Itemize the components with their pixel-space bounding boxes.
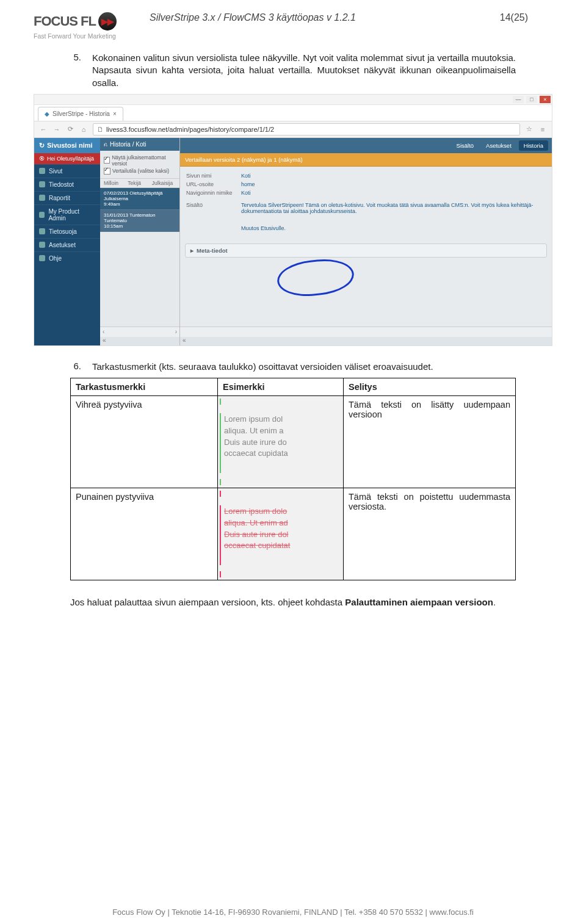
cell-desc-red: Tämä teksti on poistettu uudemmasta vers…: [344, 488, 516, 580]
sidebar-item-tietosuoja[interactable]: Tietosuoja: [34, 225, 100, 238]
cell-label-red: Punainen pystyviiva: [71, 488, 218, 580]
breadcrumb: ⎌Historia / Koti: [100, 138, 179, 151]
product-icon: [39, 212, 45, 218]
reports-icon: [39, 195, 45, 201]
logo: FOCUS FL ▶▶: [34, 12, 140, 31]
url-input[interactable]: 🗋 livess3.focusflow.net/admin/pages/hist…: [93, 123, 520, 135]
meta-accordion[interactable]: ▸Meta-tiedot: [185, 244, 547, 258]
hello-user: ⦿Hei Oletusylläpitäjä: [34, 153, 100, 164]
privacy-icon: [39, 228, 45, 234]
checkbox-icon: [104, 157, 110, 164]
help-icon: [39, 255, 45, 261]
url-value: livess3.focusflow.net/admin/pages/histor…: [106, 126, 274, 133]
browser-screenshot: — □ × ◆ SilverStripe - Historia × ← → ⟳ …: [34, 94, 552, 346]
tab-asetukset[interactable]: Asetukset: [481, 140, 516, 151]
checkbox-compare[interactable]: Vertailutila (valitse kaksi): [104, 168, 176, 175]
doc-title: SilverStripe 3.x / FlowCMS 3 käyttöopas …: [140, 12, 500, 23]
tab-historia[interactable]: Historia: [519, 140, 548, 151]
history-panel: ⎌Historia / Koti Näytä julkaisemattomat …: [100, 138, 180, 345]
field-change: Muutos Etusivulle.: [186, 225, 546, 231]
checkbox-icon: [104, 168, 110, 175]
cms-sidebar: ↻Sivustosi nimi ⦿Hei Oletusylläpitäjä Si…: [34, 138, 100, 345]
field-sisalto: SisältöTervetuloa SilverStripeen! Tämä o…: [186, 202, 546, 214]
cell-example-green: Lorem ipsum dol aliqua. Ut enim a Duis a…: [218, 396, 344, 488]
tagline: Fast Forward Your Marketing: [34, 32, 140, 40]
table-header-row: Tarkastusmerkki Esimerkki Selitys: [71, 378, 516, 396]
window-max-button[interactable]: □: [526, 96, 537, 103]
step-5-number: 5.: [70, 52, 81, 89]
green-bar-icon: [220, 399, 221, 405]
sidebar-item-asetukset[interactable]: Asetukset: [34, 238, 100, 251]
cell-example-red: Lorem ipsum dolo aliqua. Ut enim ad Duis…: [218, 488, 344, 580]
footer-scroll[interactable]: «: [180, 337, 552, 345]
star-icon[interactable]: ☆: [525, 125, 534, 133]
cell-label-green: Vihreä pystyviiva: [71, 396, 218, 488]
sidebar-item-raportit[interactable]: Raportit: [34, 191, 100, 204]
menu-icon[interactable]: ≡: [538, 126, 547, 133]
logo-block: FOCUS FL ▶▶ Fast Forward Your Marketing: [34, 12, 140, 40]
red-bar-icon: [220, 491, 221, 497]
scrollbar[interactable]: ‹›: [100, 327, 179, 337]
final-note: Jos haluat palauttaa sivun aiempaan vers…: [70, 596, 516, 608]
logo-icon: ▶▶: [98, 12, 117, 31]
browser-tabs: ◆ SilverStripe - Historia ×: [34, 105, 552, 121]
cell-desc-green: Tämä teksti on lisätty uudempaan versioo…: [344, 396, 516, 488]
nav-home-icon[interactable]: ⌂: [79, 126, 88, 133]
tab-sisalto[interactable]: Sisältö: [452, 140, 479, 151]
doc-header: FOCUS FL ▶▶ Fast Forward Your Marketing …: [34, 12, 552, 40]
green-bar-icon: [220, 413, 221, 473]
content-tabs: Sisältö Asetukset Historia: [180, 138, 552, 153]
step-6-number: 6.: [70, 361, 81, 373]
nav-reload-icon[interactable]: ⟳: [66, 125, 74, 133]
nav-back-icon[interactable]: ←: [39, 126, 48, 133]
table-row: Vihreä pystyviiva Lorem ipsum dol aliqua…: [71, 396, 516, 488]
scrollbar[interactable]: [180, 327, 552, 337]
th-tarkastusmerkki: Tarkastusmerkki: [71, 378, 218, 396]
step-6: 6. Tarkastusmerkit (kts. seuraava tauluk…: [70, 361, 516, 373]
green-bar-icon: [220, 479, 221, 485]
pages-icon: [39, 168, 45, 174]
step-5: 5. Kokonainen valitun sivun versiolista …: [70, 52, 516, 89]
browser-toolbar: ← → ⟳ ⌂ 🗋 livess3.focusflow.net/admin/pa…: [34, 121, 552, 138]
page-footer: Focus Flow Oy | Teknotie 14-16, FI-96930…: [0, 908, 586, 917]
field-sivun-nimi: Sivun nimiKoti: [186, 173, 546, 179]
red-bar-icon: [220, 571, 221, 577]
tab-close-icon[interactable]: ×: [113, 107, 117, 121]
sidebar-item-sivut[interactable]: Sivut: [34, 164, 100, 178]
browser-tab[interactable]: ◆ SilverStripe - Historia ×: [38, 107, 123, 121]
page-counter: 14(25): [500, 12, 552, 23]
chevron-right-icon: ▸: [190, 247, 194, 254]
legend-table: Tarkastusmerkki Esimerkki Selitys Vihreä…: [70, 378, 516, 580]
sidebar-item-ohje[interactable]: Ohje: [34, 251, 100, 265]
table-row: Punainen pystyviiva Lorem ipsum dolo ali…: [71, 488, 516, 580]
footer-scroll[interactable]: «: [100, 337, 179, 345]
window-min-button[interactable]: —: [513, 96, 524, 103]
nav-forward-icon[interactable]: →: [52, 126, 61, 133]
th-selitys: Selitys: [344, 378, 516, 396]
field-url: URL-osoitehome: [186, 181, 546, 187]
history-row[interactable]: 31/01/2013 Tuntematon Tuntemato10:15am: [100, 210, 179, 232]
th-esimerkki: Esimerkki: [218, 378, 344, 396]
logo-text: FOCUS FL: [34, 13, 96, 29]
sidebar-item-tiedostot[interactable]: Tiedostot: [34, 178, 100, 191]
window-close-button[interactable]: ×: [540, 96, 551, 103]
history-table-header: MilloinTekijäJulkaisija: [100, 179, 179, 188]
sidebar-item-product-admin[interactable]: My Product Admin: [34, 204, 100, 225]
window-titlebar: — □ ×: [34, 95, 552, 105]
red-bar-icon: [220, 505, 221, 565]
history-row[interactable]: 07/02/2013 Oletusylläpitäjä Julkaisema9:…: [100, 188, 179, 210]
step-5-text: Kokonainen valitun sivun versiolista tul…: [92, 52, 516, 89]
compare-main: Sisältö Asetukset Historia Vertaillaan v…: [180, 138, 552, 345]
files-icon: [39, 181, 45, 187]
site-name: ↻Sivustosi nimi: [34, 138, 100, 153]
step-6-text: Tarkastusmerkit (kts. seuraava taulukko)…: [92, 361, 516, 373]
settings-icon: [39, 242, 45, 248]
field-nav-nimike: Navigoinnin nimikeKoti: [186, 190, 546, 196]
tab-title: SilverStripe - Historia: [52, 107, 110, 121]
compare-banner: Vertaillaan versioita 2 (näkymä) ja 1 (n…: [180, 153, 552, 167]
favicon-icon: ◆: [45, 107, 49, 121]
checkbox-unpublished[interactable]: Näytä julkaisemattomat versiot: [104, 154, 176, 167]
